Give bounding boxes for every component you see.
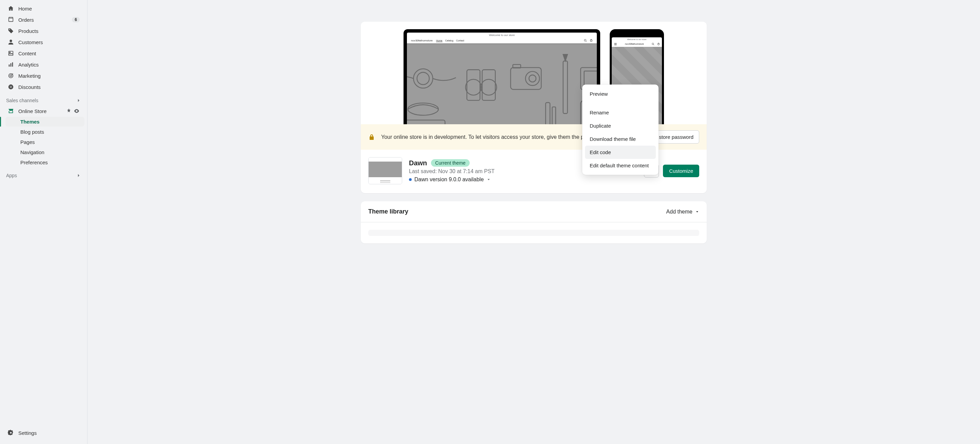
subnav-navigation[interactable]: Navigation <box>5 147 84 157</box>
nav-label: Orders <box>18 17 34 23</box>
subnav-blog-posts[interactable]: Blog posts <box>5 127 84 137</box>
products-icon <box>8 27 14 34</box>
theme-thumbnail <box>368 157 402 184</box>
orders-icon <box>8 16 14 23</box>
svg-rect-2 <box>9 51 13 56</box>
subnav-themes[interactable]: Themes <box>5 117 84 127</box>
orders-badge: 6 <box>72 17 80 22</box>
current-theme-badge: Current theme <box>431 159 469 167</box>
main-content: Welcome to our store nov30fathomstore Ho… <box>88 0 980 444</box>
nav-content[interactable]: Content <box>3 48 84 59</box>
eye-icon[interactable] <box>73 108 80 114</box>
theme-name: Dawn <box>409 159 427 167</box>
analytics-icon <box>8 61 14 68</box>
nav-online-store[interactable]: Online Store <box>3 105 84 117</box>
theme-actions-menu: Preview Rename Duplicate Download theme … <box>582 85 659 175</box>
preview-brand-mobile: nov30fathomstore <box>619 43 651 45</box>
svg-rect-6 <box>12 62 13 67</box>
svg-rect-4 <box>9 64 10 67</box>
pin-icon[interactable] <box>66 108 72 114</box>
nav-label: Content <box>18 51 36 56</box>
chevron-right-icon <box>76 173 81 178</box>
nav-marketing[interactable]: Marketing <box>3 70 84 81</box>
status-dot-icon <box>409 178 412 181</box>
nav-label: Products <box>18 28 38 34</box>
library-placeholder <box>368 230 699 236</box>
preview-brand: nov30fathomstore <box>411 39 433 42</box>
nav-label: Online Store <box>18 108 46 114</box>
caret-down-icon <box>487 177 491 182</box>
apps-header[interactable]: Apps <box>0 171 87 180</box>
customize-button[interactable]: Customize <box>663 165 699 177</box>
svg-point-11 <box>11 87 12 88</box>
nav-label: Discounts <box>18 84 41 90</box>
nav-label: Settings <box>18 430 37 436</box>
preview-nav: Home Catalog Contact <box>436 39 464 42</box>
menu-edit-code[interactable]: Edit code <box>585 145 656 159</box>
discounts-icon <box>8 83 14 90</box>
desktop-preview: Welcome to our store nov30fathomstore Ho… <box>404 29 600 124</box>
sidebar: Home Orders 6 Products Customers Content <box>0 0 88 444</box>
section-label: Sales channels <box>6 98 38 103</box>
preview-hero <box>407 43 597 124</box>
home-icon <box>8 5 14 12</box>
caret-down-icon <box>695 210 699 214</box>
subnav-pages[interactable]: Pages <box>5 137 84 147</box>
current-theme-card: Welcome to our store nov30fathomstore Ho… <box>361 22 707 193</box>
nav-products[interactable]: Products <box>3 26 84 36</box>
svg-rect-0 <box>9 18 13 22</box>
store-icon <box>8 108 14 114</box>
menu-duplicate[interactable]: Duplicate <box>585 119 656 133</box>
nav-label: Analytics <box>18 62 39 67</box>
content-icon <box>8 50 14 57</box>
preview-header: nov30fathomstore Home Catalog Contact <box>407 38 597 43</box>
marketing-icon <box>8 72 14 79</box>
nav-label: Marketing <box>18 73 41 79</box>
announcement-bar-mobile: Welcome to our store <box>612 37 662 42</box>
theme-library-title: Theme library <box>368 208 408 215</box>
svg-point-1 <box>10 40 12 42</box>
nav-analytics[interactable]: Analytics <box>3 59 84 70</box>
svg-point-3 <box>10 52 11 53</box>
menu-download-theme-file[interactable]: Download theme file <box>585 133 656 145</box>
svg-rect-13 <box>407 43 597 124</box>
announcement-bar: Welcome to our store <box>407 33 597 38</box>
menu-rename[interactable]: Rename <box>585 106 656 119</box>
nav-home[interactable]: Home <box>3 3 84 14</box>
theme-library-card: Theme library Add theme <box>361 201 707 243</box>
hamburger-icon <box>614 42 617 46</box>
gear-icon <box>8 430 14 436</box>
apps-label: Apps <box>6 173 17 178</box>
sales-channels-header[interactable]: Sales channels <box>0 96 87 105</box>
nav-label: Customers <box>18 39 43 45</box>
nav-label: Home <box>18 6 32 11</box>
add-theme-button[interactable]: Add theme <box>667 209 699 215</box>
svg-point-8 <box>10 75 11 77</box>
nav-settings[interactable]: Settings <box>3 427 84 438</box>
menu-preview[interactable]: Preview <box>585 87 656 101</box>
nav-customers[interactable]: Customers <box>3 37 84 48</box>
nav-orders[interactable]: Orders 6 <box>3 14 84 25</box>
lock-icon <box>368 134 375 141</box>
menu-edit-default-content[interactable]: Edit default theme content <box>585 159 656 172</box>
subnav-preferences[interactable]: Preferences <box>5 158 84 167</box>
customers-icon <box>8 39 14 45</box>
svg-rect-5 <box>11 63 11 67</box>
version-available[interactable]: Dawn version 9.0.0 available <box>409 177 637 183</box>
preview-header-icons <box>584 39 593 42</box>
svg-point-10 <box>10 86 11 86</box>
svg-point-32 <box>652 43 654 45</box>
nav-discounts[interactable]: Discounts <box>3 81 84 92</box>
chevron-right-icon <box>76 98 81 103</box>
preview-header-mobile: nov30fathomstore <box>612 42 662 47</box>
svg-point-12 <box>584 39 586 41</box>
